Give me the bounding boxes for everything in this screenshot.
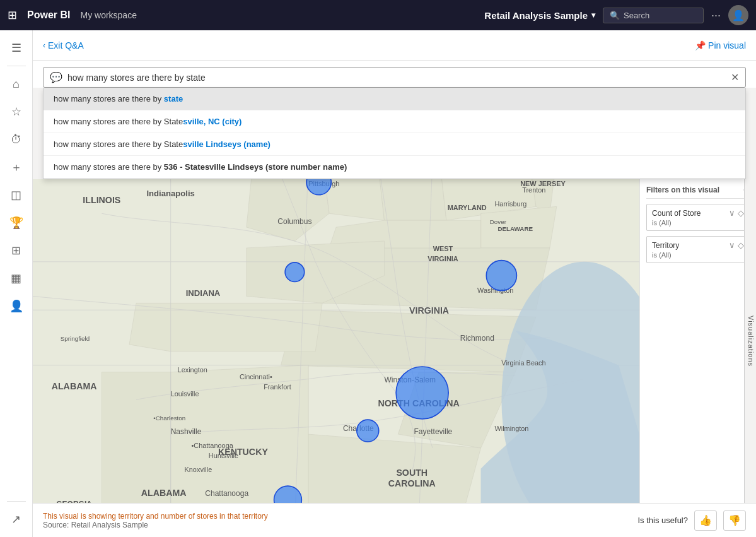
qa-input-box: 💬 ✕ [43, 67, 746, 88]
sidebar-item-favorites[interactable]: ☆ [4, 99, 29, 124]
sidebar-item-home[interactable]: ⌂ [4, 71, 29, 97]
workspace-label[interactable]: My workspace [80, 10, 136, 20]
pin-label: Pin visual [708, 40, 746, 50]
bottom-bar: This visual is showing territory and num… [33, 503, 756, 537]
svg-text:Knoxville: Knoxville [185, 466, 212, 473]
svg-text:GEORGIA: GEORGIA [56, 500, 92, 503]
brand-label: Power BI [27, 9, 70, 21]
svg-text:WEST: WEST [433, 245, 453, 252]
autocomplete-text-4: how many stores are there by 536 - State… [54, 162, 347, 172]
filter-expand-count[interactable]: ∨ [729, 208, 735, 218]
svg-text:Wilmington: Wilmington [494, 425, 528, 432]
qa-header: ‹ Exit Q&A 📌 Pin visual [33, 30, 756, 61]
sidebar-item-hub[interactable]: 🏆 [4, 210, 29, 235]
svg-text:Nashville: Nashville [171, 427, 202, 436]
qa-input[interactable] [67, 73, 726, 83]
visualizations-tab-label: Visualizations [747, 316, 755, 367]
svg-text:Frankfort: Frankfort [264, 383, 291, 391]
visualizations-tab[interactable]: Visualizations [744, 179, 756, 503]
autocomplete-text-2: how many stores are there by Statesville… [54, 117, 241, 126]
svg-text:DELAWARE: DELAWARE [497, 225, 533, 232]
autocomplete-text-3: how many stores are there by Statesville… [54, 139, 270, 149]
svg-text:INDIANA: INDIANA [186, 288, 221, 298]
grid-icon[interactable]: ⊞ [8, 8, 17, 22]
svg-text:Indianapolis: Indianapolis [146, 189, 194, 198]
feedback-area: Is this useful? 👍 👎 [638, 510, 747, 531]
exit-qa-button[interactable]: ‹ Exit Q&A [43, 40, 84, 50]
svg-point-59 [396, 367, 448, 419]
filters-panel: Filters on this visual ··· Count of Stor… [639, 179, 756, 503]
sidebar-item-datasets[interactable]: ▦ [4, 266, 29, 291]
svg-text:ALABAMA: ALABAMA [52, 381, 97, 391]
filter-item-count-of-store: Count of Store ∨ ◇ is (All) [646, 204, 750, 231]
side-nav: ☰ ⌂ ☆ ⏱ ＋ ◫ 🏆 ⊞ ▦ 👤 ↗ [0, 30, 33, 537]
svg-text:ILLINOIS: ILLINOIS [83, 195, 120, 205]
nav-separator-1 [7, 66, 26, 66]
filter-clear-count[interactable]: ◇ [738, 208, 744, 218]
filter-expand-territory[interactable]: ∨ [729, 240, 735, 250]
svg-text:VIRGINIA: VIRGINIA [409, 305, 449, 316]
sidebar-item-create[interactable]: ＋ [4, 155, 29, 180]
svg-text:Virginia Beach: Virginia Beach [501, 359, 545, 367]
svg-text:Cincinnati•: Cincinnati• [240, 373, 272, 381]
filter-actions-territory: ∨ ◇ [729, 240, 744, 250]
exit-qa-label: Exit Q&A [48, 40, 84, 50]
source-text: Source: Retail Analysis Sample [43, 521, 268, 529]
sidebar-item-menu[interactable]: ☰ [4, 35, 29, 61]
filter-value-territory: is (All) [652, 251, 744, 259]
svg-text:MARYLAND: MARYLAND [448, 204, 487, 211]
filter-header-territory: Territory ∨ ◇ [652, 240, 744, 250]
back-chevron-icon: ‹ [43, 41, 45, 50]
filter-item-territory: Territory ∨ ◇ is (All) [646, 236, 750, 263]
svg-text:Springfield: Springfield [61, 336, 90, 343]
svg-text:Louisville: Louisville [171, 390, 199, 398]
svg-text:TENNESSEE: TENNESSEE [144, 502, 198, 503]
sidebar-item-browse[interactable]: ◫ [4, 182, 29, 208]
autocomplete-item-3[interactable]: how many stores are there by Statesville… [44, 133, 745, 156]
sidebar-item-recent[interactable]: ⏱ [4, 127, 29, 152]
status-text: This visual is showing territory and num… [43, 512, 268, 521]
svg-text:Dover: Dover [490, 218, 507, 225]
autocomplete-item-1[interactable]: how many stores are there by state [44, 88, 745, 110]
pin-icon: 📌 [695, 40, 706, 50]
search-box[interactable]: 🔍 Search [603, 8, 704, 23]
svg-text:Richmond: Richmond [460, 334, 494, 343]
thumbs-up-button[interactable]: 👍 [694, 510, 717, 531]
autocomplete-dropdown: how many stores are there by state how m… [43, 88, 746, 179]
autocomplete-item-2[interactable]: how many stores are there by Statesville… [44, 110, 745, 133]
filter-clear-territory[interactable]: ◇ [738, 240, 744, 250]
sidebar-item-workspaces[interactable]: ⊞ [4, 238, 29, 263]
svg-text:ALABAMA: ALABAMA [141, 488, 187, 498]
thumbs-down-button[interactable]: 👎 [723, 510, 746, 531]
svg-text:SOUTH: SOUTH [396, 468, 427, 478]
useful-label: Is this useful? [638, 516, 689, 525]
autocomplete-text-1: how many stores are there by state [54, 94, 183, 103]
svg-text:CAROLINA: CAROLINA [388, 478, 436, 488]
sidebar-item-external[interactable]: ↗ [4, 507, 29, 532]
report-title[interactable]: Retail Analysis Sample ▾ [484, 10, 595, 21]
content-row: ILLINOIS INDIANA KENTUCKY WEST VIRGINIA … [33, 179, 756, 503]
sidebar-item-person[interactable]: 👤 [4, 293, 29, 319]
filter-name-count: Count of Store [652, 209, 701, 218]
map-container[interactable]: ILLINOIS INDIANA KENTUCKY WEST VIRGINIA … [33, 179, 639, 503]
user-avatar[interactable]: 👤 [728, 5, 748, 25]
svg-text:Trenton: Trenton [522, 186, 545, 194]
filter-header-count: Count of Store ∨ ◇ [652, 208, 744, 218]
report-title-chevron: ▾ [591, 11, 595, 20]
svg-text:Harrisburg: Harrisburg [494, 200, 526, 208]
svg-text:•Charleston: •Charleston [153, 415, 185, 422]
svg-point-57 [285, 263, 305, 282]
pin-visual-button[interactable]: 📌 Pin visual [695, 40, 746, 50]
autocomplete-item-4[interactable]: how many stores are there by 536 - State… [44, 156, 745, 179]
main-content: ‹ Exit Q&A 📌 Pin visual 💬 ✕ how many sto… [33, 30, 756, 537]
qa-chat-icon: 💬 [50, 71, 62, 83]
filter-value-count: is (All) [652, 219, 744, 227]
filter-actions-count: ∨ ◇ [729, 208, 744, 218]
map-svg: ILLINOIS INDIANA KENTUCKY WEST VIRGINIA … [33, 179, 639, 503]
search-icon: 🔍 [610, 11, 620, 20]
clear-input-button[interactable]: ✕ [731, 71, 739, 83]
svg-point-60 [357, 420, 379, 442]
user-icon: 👤 [732, 9, 745, 21]
svg-text:Chattanooga: Chattanooga [205, 489, 248, 498]
more-options-icon[interactable]: ··· [711, 9, 721, 22]
